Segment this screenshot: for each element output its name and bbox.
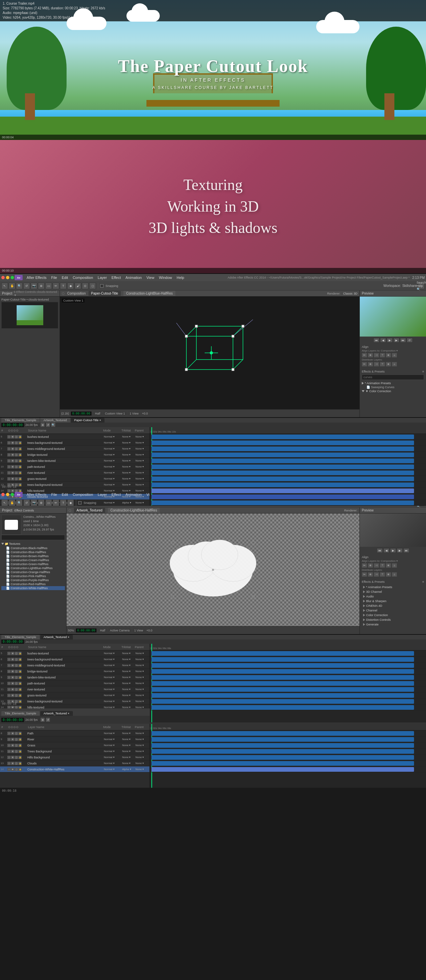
ae3-layer-row[interactable]: 11 ○ 👁 ◻ 🔒 Trees Background Normal ▾ Non… [0, 748, 149, 754]
solo-icon[interactable]: ○ [7, 465, 11, 469]
ae2-layer-row[interactable]: 9 ○ 👁 ◻ 🔒 tandem-bike-textured Normal ▾ … [0, 675, 149, 681]
tl3-tool-1[interactable]: ⊕ [40, 718, 45, 722]
lock-icon[interactable]: 🔒 [18, 453, 22, 457]
dist-4[interactable]: ⊤ [380, 362, 385, 366]
al-4[interactable]: ⊤ [380, 563, 385, 568]
align-right-1[interactable]: ⊣ [374, 353, 379, 358]
solo-icon[interactable]: ○ [7, 489, 11, 493]
align-top-1[interactable]: ⊤ [380, 353, 385, 358]
toolbar-pan-1[interactable]: ⊕ [38, 283, 44, 289]
al-1[interactable]: ⊢ [362, 563, 367, 568]
effects-tree-item[interactable]: * Animation Presets [362, 585, 424, 589]
dl-5[interactable]: ⊕ [386, 572, 391, 577]
align-bottom-1[interactable]: ⊥ [392, 353, 397, 358]
back-btn-1[interactable]: ◀ [380, 338, 386, 342]
tl-tab-title-2[interactable]: Title_Elements_Sample [2, 635, 40, 640]
menu-composition-1[interactable]: Composition [71, 275, 95, 280]
ae2-layer-row[interactable]: 5 ○ 👁 ◻ 🔒 bushes-textured Normal ▾ None … [0, 651, 149, 657]
audio-icon[interactable]: ◻ [15, 465, 18, 469]
solo-icon[interactable]: ○ [7, 441, 11, 444]
tl-tab-paper-1[interactable]: Paper-Cutout-Title × [71, 418, 105, 423]
al-6[interactable]: ⊥ [392, 563, 397, 568]
align-left-1[interactable]: ⊢ [362, 353, 367, 358]
solo-icon[interactable]: ○ [7, 459, 11, 463]
lock-icon[interactable]: 🔒 [18, 483, 22, 487]
lock-icon[interactable]: 🔒 [18, 750, 22, 753]
ae2-layer-row[interactable]: 10 ○ 👁 ◻ 🔒 path-textured Normal ▾ None ▾… [0, 681, 149, 686]
visible-icon[interactable]: 👁 [11, 652, 14, 655]
menu-edit-2[interactable]: Edit [60, 492, 70, 497]
prev-btn-2[interactable]: ⏮ [377, 548, 383, 553]
toolbar-cam-1[interactable]: 📷 [31, 283, 37, 289]
menu-layer-1[interactable]: Layer [96, 275, 109, 280]
lock-icon[interactable]: 🔒 [18, 435, 22, 439]
texture-item[interactable]: 📄 Construction-Black-HalfRes [2, 546, 65, 550]
ae2-layer-row[interactable]: 8 ○ 👁 ◻ 🔒 bridge-textured Normal ▾ None … [0, 668, 149, 675]
toolbar-rotate-1[interactable]: ↺ [23, 283, 30, 289]
loop-btn-1[interactable]: ↺ [407, 338, 413, 342]
solo-icon[interactable]: ○ [7, 756, 11, 759]
ae1-layer-row[interactable]: 5 ○ 👁 ◻ 🔒 bushes-textured Normal ▾ None … [0, 434, 149, 440]
solo-icon[interactable]: ○ [7, 682, 11, 685]
solo-icon[interactable]: ○ [7, 453, 11, 457]
ae2-layer-row[interactable]: 12 ○ 👁 ◻ 🔒 grass-textured Normal ▾ None … [0, 692, 149, 698]
ae1-layer-row[interactable]: 9 ○ 👁 ◻ 🔒 tandem-bike-textured Normal ▾ … [0, 458, 149, 464]
visible-icon[interactable]: 👁 [11, 670, 14, 673]
toolbar-btn-2-4[interactable]: ↺ [23, 500, 30, 506]
visible-icon[interactable]: 👁 [11, 762, 14, 765]
solo-icon[interactable]: ○ [7, 744, 11, 747]
visible-icon[interactable]: 👁 [11, 768, 14, 771]
lock-icon[interactable]: 🔒 [18, 676, 22, 679]
toolbar-select-1[interactable]: ↖ [2, 283, 8, 289]
audio-icon[interactable]: ◻ [15, 453, 18, 457]
visible-icon[interactable]: 👁 [11, 664, 14, 667]
texture-item[interactable]: 📄 Construction-Purple-HalfRes [2, 578, 65, 582]
lock-icon[interactable]: 🔒 [18, 688, 22, 691]
play-btn-2[interactable]: ▶ [390, 548, 396, 553]
toolbar-btn-2-3[interactable]: 🔍 [16, 500, 23, 506]
lock-icon[interactable]: 🔒 [18, 658, 22, 661]
toolbar-shape-1[interactable]: ◆ [67, 283, 74, 289]
audio-icon[interactable]: ◻ [15, 477, 18, 480]
ae2-layer-row[interactable]: 11 ○ 👁 ◻ 🔒 river-textured Normal ▾ None … [0, 686, 149, 692]
visible-icon[interactable]: 👁 [11, 471, 14, 474]
menu-edit-1[interactable]: Edit [60, 275, 70, 280]
lock-icon[interactable]: 🔒 [18, 477, 22, 480]
tl-tab-artwork-2[interactable]: Artwork_Textured × [40, 635, 73, 640]
texture-item[interactable]: 📄 Construction-White-HalfRes [2, 586, 65, 590]
tl-tool-3[interactable]: 🔍 [51, 423, 55, 427]
solo-icon[interactable]: ○ [7, 732, 11, 735]
audio-icon[interactable]: ◻ [15, 744, 18, 747]
play-btn-1[interactable]: ▶ [387, 338, 393, 342]
toolbar-mask-1[interactable]: ▭ [45, 283, 52, 289]
texture-item[interactable]: 📄 Construction-LightBlue-HalfRes [2, 566, 65, 570]
audio-icon[interactable]: ◻ [15, 732, 18, 735]
audio-icon[interactable]: ◻ [15, 670, 18, 673]
lock-icon[interactable]: 🔒 [18, 732, 22, 735]
dl-2[interactable]: ⊕ [368, 572, 373, 577]
dist-3[interactable]: ⊣ [374, 362, 379, 366]
view-num-1[interactable]: 1 View [128, 412, 140, 415]
ae1-layer-row[interactable]: 13 ○ 👁 ◻ 🔒 trees-background-textured Nor… [0, 482, 149, 488]
fwd-btn-2[interactable]: ▶ [397, 548, 403, 553]
menu-file-2[interactable]: File [49, 492, 59, 497]
audio-icon[interactable]: ◻ [15, 688, 18, 691]
visible-icon[interactable]: 👁 [11, 732, 14, 735]
dist-2[interactable]: ⊕ [368, 362, 373, 366]
toolbar-btn-2-10[interactable]: ◆ [67, 500, 74, 506]
comp-quality-1[interactable]: Half [93, 412, 101, 415]
visible-icon[interactable]: 👁 [11, 744, 14, 747]
comp-tab-construction-2[interactable]: Construction-LightBlue-HalfRes [108, 508, 160, 513]
toolbar-btn-2-7[interactable]: ▭ [45, 500, 52, 506]
toolbar-btn-2-9[interactable]: T [60, 500, 67, 506]
view-label-1[interactable]: Custom View 1 [103, 412, 126, 415]
lock-icon[interactable]: 🔒 [18, 762, 22, 765]
audio-icon[interactable]: ◻ [15, 682, 18, 685]
dl-3[interactable]: ⊣ [374, 572, 379, 577]
effects-search-1[interactable] [362, 375, 424, 380]
lock-icon[interactable]: 🔒 [18, 744, 22, 747]
audio-icon[interactable]: ◻ [15, 652, 18, 655]
ae1-layer-row[interactable]: 12 ○ 👁 ◻ 🔒 grass-textured Normal ▾ None … [0, 476, 149, 482]
solo-icon[interactable]: ○ [7, 652, 11, 655]
lock-icon[interactable]: 🔒 [18, 738, 22, 741]
